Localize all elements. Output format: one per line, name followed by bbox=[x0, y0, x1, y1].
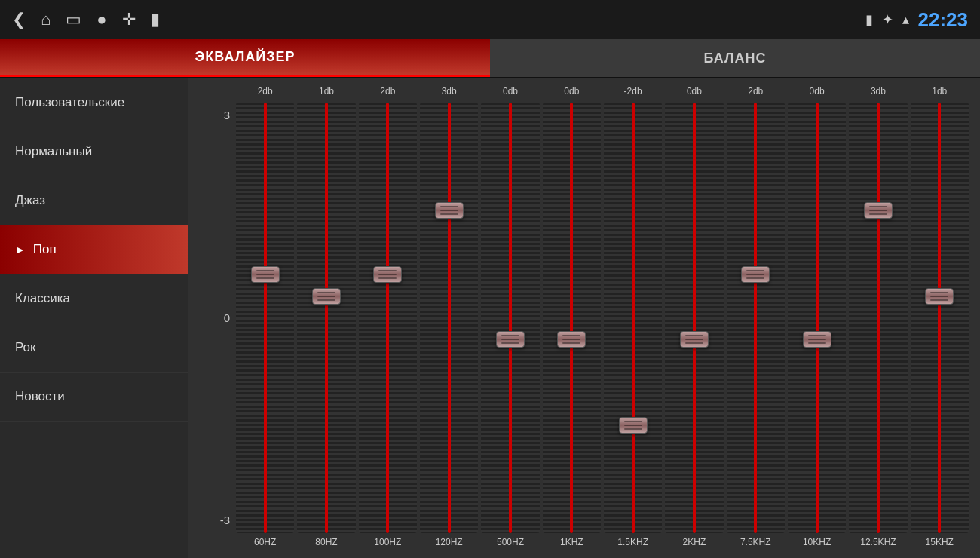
tab-balance[interactable]: БАЛАНС bbox=[490, 39, 980, 77]
sidebar-item-classic[interactable]: Классика bbox=[0, 274, 188, 323]
sidebar-label-news: Новости bbox=[15, 389, 65, 404]
sidebar-item-normal[interactable]: Нормальный bbox=[0, 127, 188, 176]
eq-track-4[interactable] bbox=[481, 103, 539, 533]
eq-band-60hz: 2db60HZ bbox=[236, 86, 294, 550]
home-icon[interactable]: ⌂ bbox=[41, 10, 51, 29]
sidebar-item-jazz[interactable]: Джаз bbox=[0, 176, 188, 225]
status-bar: ❮ ⌂ ▭ ● ✛ ▮ ▮ ✦ ▴ 22:23 bbox=[0, 0, 980, 39]
eq-thumb-11[interactable] bbox=[925, 288, 954, 305]
eq-track-0[interactable] bbox=[236, 103, 294, 533]
wifi-icon: ▴ bbox=[902, 11, 909, 28]
sidebar-label-rock: Рок bbox=[15, 340, 35, 355]
eq-track-5[interactable] bbox=[543, 103, 601, 533]
eq-freq-label-8: 7.5KHZ bbox=[740, 537, 771, 550]
bluetooth-icon: ✦ bbox=[882, 11, 893, 28]
eq-thumb-3[interactable] bbox=[435, 202, 464, 219]
eq-freq-label-11: 15KHZ bbox=[926, 537, 954, 550]
eq-label-0: 0 bbox=[207, 311, 230, 324]
eq-db-label-0: 2db bbox=[258, 86, 273, 100]
cast-icon: ▮ bbox=[865, 11, 873, 28]
eq-track-3[interactable] bbox=[420, 103, 478, 533]
eq-track-2[interactable] bbox=[359, 103, 417, 533]
play-icon: ► bbox=[15, 244, 26, 256]
eq-track-container-1[interactable] bbox=[297, 103, 355, 533]
sidebar-label-user: Пользовательские bbox=[15, 95, 124, 110]
eq-band-1khz: 0db1KHZ bbox=[543, 86, 601, 550]
eq-db-label-8: 2db bbox=[748, 86, 763, 100]
sidebar-item-rock[interactable]: Рок bbox=[0, 323, 188, 373]
shield-icon[interactable]: ● bbox=[96, 10, 106, 29]
usb-icon[interactable]: ✛ bbox=[122, 10, 136, 29]
eq-label-3: 3 bbox=[207, 109, 230, 121]
eq-track-container-5[interactable] bbox=[543, 103, 601, 533]
eq-thumb-1[interactable] bbox=[312, 288, 341, 305]
sidebar-label-pop: Поп bbox=[33, 242, 57, 257]
eq-band-7.5khz: 2db7.5KHZ bbox=[727, 86, 785, 550]
sidebar-item-pop[interactable]: ► Поп bbox=[0, 225, 188, 274]
eq-freq-label-3: 120HZ bbox=[436, 537, 463, 550]
eq-track-container-2[interactable] bbox=[359, 103, 417, 533]
eq-thumb-7[interactable] bbox=[680, 331, 709, 348]
eq-db-label-3: 3db bbox=[442, 86, 457, 100]
eq-track-11[interactable] bbox=[911, 103, 969, 533]
eq-db-label-7: 0db bbox=[687, 86, 702, 100]
eq-thumb-6[interactable] bbox=[619, 417, 648, 434]
eq-grid: 3 0 -3 2db60HZ1db80HZ2db100HZ3db120HZ0db… bbox=[207, 86, 969, 550]
eq-track-7[interactable] bbox=[665, 103, 723, 533]
eq-db-label-6: -2db bbox=[624, 86, 642, 100]
sidebar-item-user[interactable]: Пользовательские bbox=[0, 78, 188, 127]
eq-track-container-0[interactable] bbox=[236, 103, 294, 533]
sidebar-label-jazz: Джаз bbox=[15, 193, 45, 208]
eq-track-container-4[interactable] bbox=[481, 103, 539, 533]
sidebar: Пользовательские Нормальный Джаз ► Поп К… bbox=[0, 78, 188, 558]
eq-thumb-4[interactable] bbox=[496, 331, 525, 348]
eq-db-label-5: 0db bbox=[564, 86, 579, 100]
keyboard-icon[interactable]: ▮ bbox=[151, 10, 160, 29]
eq-band-120hz: 3db120HZ bbox=[420, 86, 478, 550]
eq-track-8[interactable] bbox=[727, 103, 785, 533]
eq-freq-label-2: 100HZ bbox=[374, 537, 401, 550]
eq-track-container-7[interactable] bbox=[665, 103, 723, 533]
eq-freq-label-6: 1.5KHZ bbox=[617, 537, 648, 550]
tab-equalizer[interactable]: ЭКВАЛАЙЗЕР bbox=[0, 39, 490, 77]
eq-track-container-6[interactable] bbox=[604, 103, 662, 533]
eq-freq-label-1: 80HZ bbox=[315, 537, 337, 550]
sidebar-label-normal: Нормальный bbox=[15, 144, 92, 159]
eq-band-10khz: 0db10KHZ bbox=[788, 86, 846, 550]
back-icon[interactable]: ❮ bbox=[12, 10, 26, 29]
eq-track-container-10[interactable] bbox=[849, 103, 907, 533]
eq-freq-label-9: 10KHZ bbox=[803, 537, 831, 550]
eq-area: 3 0 -3 2db60HZ1db80HZ2db100HZ3db120HZ0db… bbox=[188, 78, 980, 558]
eq-thumb-2[interactable] bbox=[373, 266, 402, 283]
status-right: ▮ ✦ ▴ 22:23 bbox=[865, 8, 969, 32]
eq-thumb-5[interactable] bbox=[557, 331, 586, 348]
eq-thumb-0[interactable] bbox=[251, 266, 280, 283]
eq-track-container-3[interactable] bbox=[420, 103, 478, 533]
eq-db-label-1: 1db bbox=[319, 86, 334, 100]
eq-freq-label-5: 1KHZ bbox=[560, 537, 583, 550]
eq-thumb-8[interactable] bbox=[741, 266, 770, 283]
eq-track-9[interactable] bbox=[788, 103, 846, 533]
eq-track-container-8[interactable] bbox=[727, 103, 785, 533]
eq-track-1[interactable] bbox=[297, 103, 355, 533]
sidebar-item-news[interactable]: Новости bbox=[0, 373, 188, 422]
eq-thumb-10[interactable] bbox=[864, 202, 893, 219]
eq-db-label-10: 3db bbox=[871, 86, 886, 100]
eq-track-10[interactable] bbox=[849, 103, 907, 533]
eq-band-12.5khz: 3db12.5KHZ bbox=[849, 86, 907, 550]
eq-sliders: 2db60HZ1db80HZ2db100HZ3db120HZ0db500HZ0d… bbox=[236, 86, 969, 550]
main-content: Пользовательские Нормальный Джаз ► Поп К… bbox=[0, 78, 980, 558]
eq-track-container-9[interactable] bbox=[788, 103, 846, 533]
eq-db-label-11: 1db bbox=[932, 86, 947, 100]
window-icon[interactable]: ▭ bbox=[66, 10, 81, 29]
eq-track-6[interactable] bbox=[604, 103, 662, 533]
nav-icons: ❮ ⌂ ▭ ● ✛ ▮ bbox=[12, 10, 160, 29]
sidebar-label-classic: Классика bbox=[15, 291, 70, 306]
eq-track-container-11[interactable] bbox=[911, 103, 969, 533]
eq-label-minus3: -3 bbox=[207, 514, 230, 526]
eq-band-100hz: 2db100HZ bbox=[359, 86, 417, 550]
eq-freq-label-7: 2KHZ bbox=[683, 537, 706, 550]
eq-db-label-9: 0db bbox=[810, 86, 825, 100]
eq-band-1.5khz: -2db1.5KHZ bbox=[604, 86, 662, 550]
eq-thumb-9[interactable] bbox=[803, 331, 831, 348]
